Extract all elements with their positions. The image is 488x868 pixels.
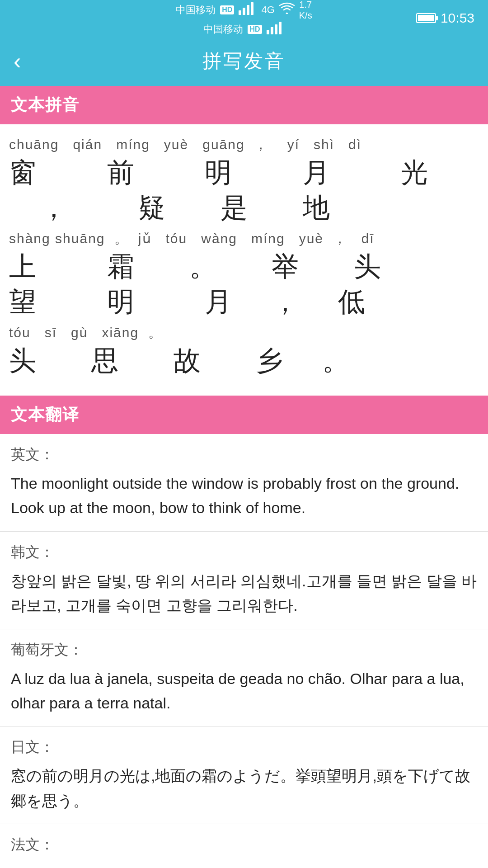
- svg-rect-4: [267, 30, 269, 34]
- poem-line-1: chuāng qián míng yuè guāng ， yí shì dì 窗…: [9, 135, 479, 226]
- svg-rect-5: [271, 27, 273, 34]
- battery-icon: [416, 13, 436, 23]
- translation-section-header: 文本翻译: [0, 396, 488, 434]
- translation-item-french: 法文： Devant la fenêtre, il luisait de la …: [0, 824, 488, 868]
- pinyin-line-2: shàng shuāng 。 jǔ tóu wàng míng yuè ， dī: [9, 229, 479, 248]
- speed-label: 1.7 K/s: [299, 0, 312, 21]
- carrier1-label: 中国移动: [176, 3, 216, 17]
- hd-badge1: HD: [220, 5, 234, 14]
- lang-label-korean: 韩文：: [11, 542, 477, 562]
- chinese-line-3: 头 思 故 乡 。: [9, 343, 479, 378]
- lang-label-french: 法文：: [11, 835, 477, 855]
- status-right: 10:53: [416, 10, 474, 26]
- lang-label-english: 英文：: [11, 445, 477, 465]
- time-label: 10:53: [441, 10, 474, 26]
- pinyin-line-3: tóu sī gù xiāng 。: [9, 323, 479, 342]
- hd-badge2: HD: [248, 25, 262, 34]
- translation-item-english: 英文： The moonlight outside the window is …: [0, 434, 488, 532]
- carrier2-label: 中国移动: [203, 23, 243, 36]
- back-button[interactable]: ‹: [14, 50, 21, 72]
- translation-content: 英文： The moonlight outside the window is …: [0, 434, 488, 868]
- signal-4g2: 4G: [261, 4, 274, 16]
- translation-item-korean: 韩文： 창앞의 밝은 달빛, 땅 위의 서리라 의심했네.고개를 들면 밝은 달…: [0, 532, 488, 629]
- carrier-info: 中国移动 HD 4G 1.7: [176, 0, 312, 37]
- chinese-line-2: 上 霜 。 举 头 望 明 月 ， 低: [9, 249, 479, 320]
- status-bar: 中国移动 HD 4G 1.7: [0, 0, 488, 36]
- battery-body: [416, 13, 436, 23]
- translation-item-japanese: 日文： 窓の前の明月の光は,地面の霜のようだ。挙頭望明月,頭を下げて故郷を思う。: [0, 726, 488, 824]
- translation-item-portuguese: 葡萄牙文： A luz da lua à janela, suspeita de…: [0, 629, 488, 727]
- svg-rect-6: [275, 24, 277, 34]
- translation-text-english: The moonlight outside the window is prob…: [11, 471, 477, 520]
- nav-bar: ‹ 拼写发音: [0, 36, 488, 86]
- svg-rect-7: [279, 22, 282, 34]
- translation-text-portuguese: A luz da lua à janela, suspeita de geada…: [11, 666, 477, 716]
- poem-line-3: tóu sī gù xiāng 。 头 思 故 乡 。: [9, 323, 479, 378]
- pinyin-section-header: 文本拼音: [0, 86, 488, 124]
- lang-label-portuguese: 葡萄牙文：: [11, 640, 477, 660]
- wifi-icon: [279, 2, 295, 18]
- pinyin-content: chuāng qián míng yuè guāng ， yí shì dì 窗…: [0, 124, 488, 396]
- signal-bars2: [267, 22, 285, 37]
- translation-text-japanese: 窓の前の明月の光は,地面の霜のようだ。挙頭望明月,頭を下げて故郷を思う。: [11, 764, 477, 813]
- signal-4g: [239, 2, 257, 18]
- translation-text-korean: 창앞의 밝은 달빛, 땅 위의 서리라 의심했네.고개를 들면 밝은 달을 바라…: [11, 569, 477, 618]
- page-title: 拼写发音: [202, 48, 286, 74]
- svg-rect-0: [239, 10, 241, 15]
- translation-text-french: Devant la fenêtre, il luisait de la lune…: [11, 861, 477, 868]
- lang-label-japanese: 日文：: [11, 737, 477, 757]
- pinyin-line-1: chuāng qián míng yuè guāng ， yí shì dì: [9, 135, 479, 154]
- svg-rect-3: [251, 2, 253, 15]
- battery-fill: [418, 15, 434, 21]
- svg-rect-2: [247, 5, 249, 15]
- chinese-line-1: 窗 前 明 月 光 ， 疑 是 地: [9, 155, 479, 226]
- poem-line-2: shàng shuāng 。 jǔ tóu wàng míng yuè ， dī…: [9, 229, 479, 320]
- svg-rect-1: [243, 8, 245, 15]
